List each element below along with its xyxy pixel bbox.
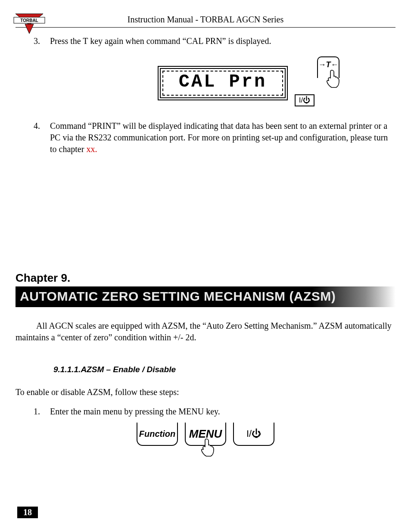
subsection-heading: 9.1.1.1.AZSM – Enable / Disable xyxy=(53,365,395,374)
enable-intro: To enable or disable AZSM, follow these … xyxy=(16,387,395,397)
t-key-icon: →T← xyxy=(317,56,339,78)
power-key-icon: I/⏻ xyxy=(233,423,274,446)
steps-list-a: Press the T key again when command “CAL … xyxy=(42,35,395,155)
header-rule xyxy=(16,27,395,28)
function-key-icon: Function xyxy=(137,423,178,446)
step-3-text: Press the T key again when command “CAL … xyxy=(50,36,271,46)
steps-list-b: Enter the main menu by pressing the MENU… xyxy=(42,406,395,417)
hand-pointer-icon xyxy=(326,69,340,94)
svg-marker-3 xyxy=(25,24,34,34)
step-b1: Enter the main menu by pressing the MENU… xyxy=(42,406,395,417)
io-button-label: I/⏻ xyxy=(295,94,314,106)
step-3: Press the T key again when command “CAL … xyxy=(42,35,395,112)
page-number: 18 xyxy=(17,507,38,518)
header-title: Instruction Manual - TORBAL AGCN Series xyxy=(16,15,395,25)
step-4-text: Command “PRINT” will be displayed indica… xyxy=(50,121,388,154)
chapter-label: Chapter 9. xyxy=(16,271,395,285)
menu-key-figure: Function MENU I/⏻ xyxy=(16,423,395,483)
menu-key-icon: MENU xyxy=(185,423,226,446)
chapter-intro-paragraph: All AGCN scales are equipped with AZSM, … xyxy=(16,320,395,343)
lcd-figure: CAL Prn I/⏻ →T← xyxy=(50,56,395,112)
lcd-screen: CAL Prn xyxy=(158,66,288,103)
svg-text:TORBAL: TORBAL xyxy=(20,18,38,23)
hand-pointer-icon xyxy=(200,438,215,465)
step-b1-text: Enter the main menu by pressing the MENU… xyxy=(50,407,220,416)
chapter-title-banner: AUTOMATIC ZERO SETTING MECHANISM (AZSM) xyxy=(16,286,395,307)
chapter-ref-xx: xx. xyxy=(86,144,97,154)
step-4: Command “PRINT” will be displayed indica… xyxy=(42,120,395,155)
torbal-logo: TORBAL xyxy=(12,12,47,36)
lcd-display-text: CAL Prn xyxy=(161,70,285,94)
